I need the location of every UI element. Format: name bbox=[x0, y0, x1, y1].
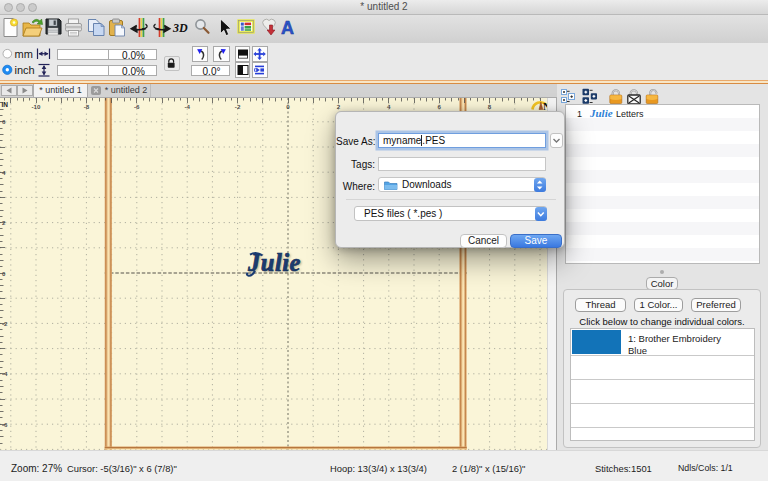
svg-text:A: A bbox=[281, 18, 294, 38]
svg-text:-2: -2 bbox=[2, 320, 8, 327]
svg-text:-4: -4 bbox=[184, 103, 190, 110]
svg-text:4: 4 bbox=[387, 103, 391, 110]
svg-text:-10: -10 bbox=[32, 103, 42, 110]
svg-text:6: 6 bbox=[437, 103, 441, 110]
svg-text:0: 0 bbox=[2, 270, 6, 277]
svg-text:IN: IN bbox=[2, 101, 9, 108]
svg-text:-2: -2 bbox=[235, 103, 241, 110]
svg-text:6: 6 bbox=[2, 118, 6, 125]
svg-text:inch: inch bbox=[15, 64, 35, 76]
svg-text:2: 2 bbox=[2, 219, 6, 226]
svg-text:3D: 3D bbox=[172, 21, 188, 35]
svg-text:-4: -4 bbox=[2, 370, 8, 377]
svg-text:-8: -8 bbox=[84, 103, 90, 110]
svg-text:mm: mm bbox=[15, 48, 33, 60]
svg-text:4: 4 bbox=[2, 169, 6, 176]
svg-text:8: 8 bbox=[488, 103, 492, 110]
svg-text:-6: -6 bbox=[2, 421, 8, 428]
svg-text:-6: -6 bbox=[134, 103, 140, 110]
svg-text:0: 0 bbox=[286, 103, 290, 110]
svg-text:2: 2 bbox=[337, 103, 341, 110]
